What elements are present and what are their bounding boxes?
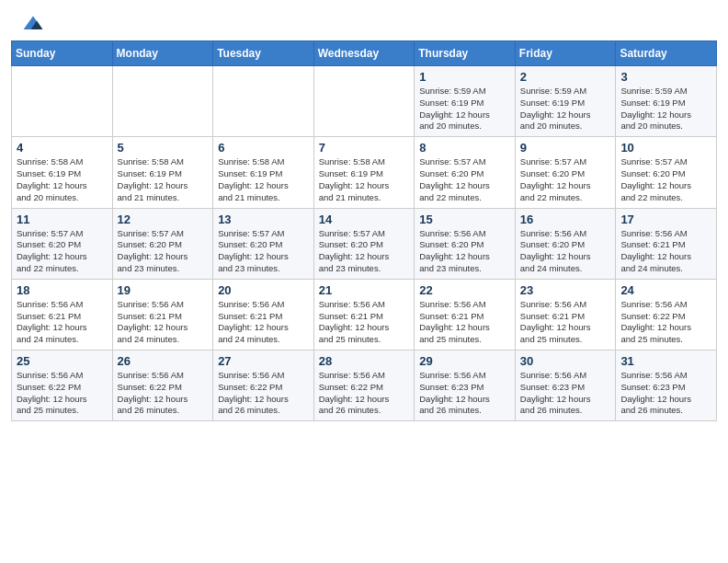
day-number: 2 (520, 70, 611, 84)
calendar-cell (313, 66, 415, 137)
calendar-cell: 3Sunrise: 5:59 AM Sunset: 6:19 PM Daylig… (616, 66, 717, 137)
page-header (0, 0, 728, 40)
day-info: Sunrise: 5:56 AM Sunset: 6:23 PM Dayligh… (620, 370, 711, 417)
day-info: Sunrise: 5:56 AM Sunset: 6:20 PM Dayligh… (520, 228, 611, 275)
weekday-header-friday: Friday (515, 41, 616, 66)
calendar-cell: 24Sunrise: 5:56 AM Sunset: 6:22 PM Dayli… (616, 279, 717, 350)
calendar-cell: 30Sunrise: 5:56 AM Sunset: 6:23 PM Dayli… (515, 350, 616, 421)
calendar-cell: 23Sunrise: 5:56 AM Sunset: 6:21 PM Dayli… (515, 279, 616, 350)
day-info: Sunrise: 5:56 AM Sunset: 6:22 PM Dayligh… (218, 370, 309, 417)
day-info: Sunrise: 5:58 AM Sunset: 6:19 PM Dayligh… (118, 156, 209, 203)
day-info: Sunrise: 5:57 AM Sunset: 6:20 PM Dayligh… (118, 228, 209, 275)
day-number: 25 (17, 354, 108, 368)
day-number: 24 (620, 283, 711, 297)
calendar-cell (213, 66, 314, 137)
calendar-cell: 14Sunrise: 5:57 AM Sunset: 6:20 PM Dayli… (313, 208, 415, 279)
day-info: Sunrise: 5:59 AM Sunset: 6:19 PM Dayligh… (419, 86, 510, 132)
day-number: 15 (419, 213, 510, 226)
day-number: 19 (118, 283, 209, 297)
day-number: 11 (17, 213, 108, 226)
day-number: 10 (620, 141, 711, 155)
day-number: 1 (419, 70, 510, 84)
calendar-cell: 26Sunrise: 5:56 AM Sunset: 6:22 PM Dayli… (112, 350, 213, 421)
calendar-cell: 5Sunrise: 5:58 AM Sunset: 6:19 PM Daylig… (112, 137, 213, 208)
day-info: Sunrise: 5:57 AM Sunset: 6:20 PM Dayligh… (218, 228, 309, 275)
calendar-cell: 21Sunrise: 5:56 AM Sunset: 6:21 PM Dayli… (313, 279, 415, 350)
calendar-cell: 16Sunrise: 5:56 AM Sunset: 6:20 PM Dayli… (515, 208, 616, 279)
day-number: 3 (620, 70, 711, 84)
calendar-wrapper: SundayMondayTuesdayWednesdayThursdayFrid… (0, 40, 728, 432)
day-number: 26 (118, 354, 209, 368)
calendar-week-2: 4Sunrise: 5:58 AM Sunset: 6:19 PM Daylig… (12, 137, 717, 208)
calendar-week-1: 1Sunrise: 5:59 AM Sunset: 6:19 PM Daylig… (12, 66, 717, 137)
day-info: Sunrise: 5:56 AM Sunset: 6:22 PM Dayligh… (118, 370, 209, 417)
calendar-week-3: 11Sunrise: 5:57 AM Sunset: 6:20 PM Dayli… (12, 208, 717, 279)
calendar-cell: 22Sunrise: 5:56 AM Sunset: 6:21 PM Dayli… (415, 279, 516, 350)
logo (22, 15, 48, 33)
day-number: 17 (620, 213, 711, 226)
calendar-cell: 27Sunrise: 5:56 AM Sunset: 6:22 PM Dayli… (213, 350, 314, 421)
weekday-header-wednesday: Wednesday (313, 41, 415, 66)
day-info: Sunrise: 5:56 AM Sunset: 6:20 PM Dayligh… (419, 228, 510, 275)
day-info: Sunrise: 5:56 AM Sunset: 6:22 PM Dayligh… (620, 299, 711, 346)
weekday-header-sunday: Sunday (12, 41, 113, 66)
calendar-cell: 29Sunrise: 5:56 AM Sunset: 6:23 PM Dayli… (415, 350, 516, 421)
day-info: Sunrise: 5:56 AM Sunset: 6:22 PM Dayligh… (17, 370, 108, 417)
day-info: Sunrise: 5:57 AM Sunset: 6:20 PM Dayligh… (620, 156, 711, 203)
day-info: Sunrise: 5:56 AM Sunset: 6:21 PM Dayligh… (218, 299, 309, 346)
day-info: Sunrise: 5:56 AM Sunset: 6:23 PM Dayligh… (419, 370, 510, 417)
day-info: Sunrise: 5:56 AM Sunset: 6:22 PM Dayligh… (319, 370, 410, 417)
day-info: Sunrise: 5:57 AM Sunset: 6:20 PM Dayligh… (419, 156, 510, 203)
day-info: Sunrise: 5:57 AM Sunset: 6:20 PM Dayligh… (17, 228, 108, 275)
weekday-header-monday: Monday (112, 41, 213, 66)
calendar-cell: 1Sunrise: 5:59 AM Sunset: 6:19 PM Daylig… (415, 66, 516, 137)
day-info: Sunrise: 5:58 AM Sunset: 6:19 PM Dayligh… (17, 156, 108, 203)
calendar-cell (112, 66, 213, 137)
day-number: 9 (520, 141, 611, 155)
calendar-cell: 25Sunrise: 5:56 AM Sunset: 6:22 PM Dayli… (12, 350, 113, 421)
day-number: 21 (319, 283, 410, 297)
calendar-cell: 19Sunrise: 5:56 AM Sunset: 6:21 PM Dayli… (112, 279, 213, 350)
calendar-cell: 17Sunrise: 5:56 AM Sunset: 6:21 PM Dayli… (616, 208, 717, 279)
calendar-week-5: 25Sunrise: 5:56 AM Sunset: 6:22 PM Dayli… (12, 350, 717, 421)
calendar-cell: 31Sunrise: 5:56 AM Sunset: 6:23 PM Dayli… (616, 350, 717, 421)
day-info: Sunrise: 5:56 AM Sunset: 6:21 PM Dayligh… (419, 299, 510, 346)
day-number: 28 (319, 354, 410, 368)
day-number: 4 (17, 141, 108, 155)
calendar-cell: 13Sunrise: 5:57 AM Sunset: 6:20 PM Dayli… (213, 208, 314, 279)
weekday-header-thursday: Thursday (415, 41, 516, 66)
calendar-cell: 9Sunrise: 5:57 AM Sunset: 6:20 PM Daylig… (515, 137, 616, 208)
day-info: Sunrise: 5:59 AM Sunset: 6:19 PM Dayligh… (520, 86, 611, 132)
day-number: 20 (218, 283, 309, 297)
calendar-table: SundayMondayTuesdayWednesdayThursdayFrid… (11, 40, 717, 421)
calendar-cell: 4Sunrise: 5:58 AM Sunset: 6:19 PM Daylig… (12, 137, 113, 208)
calendar-cell: 7Sunrise: 5:58 AM Sunset: 6:19 PM Daylig… (313, 137, 415, 208)
day-info: Sunrise: 5:56 AM Sunset: 6:21 PM Dayligh… (319, 299, 410, 346)
calendar-cell: 18Sunrise: 5:56 AM Sunset: 6:21 PM Dayli… (12, 279, 113, 350)
day-info: Sunrise: 5:58 AM Sunset: 6:19 PM Dayligh… (218, 156, 309, 203)
weekday-header-saturday: Saturday (616, 41, 717, 66)
day-number: 16 (520, 213, 611, 226)
calendar-cell: 6Sunrise: 5:58 AM Sunset: 6:19 PM Daylig… (213, 137, 314, 208)
day-info: Sunrise: 5:56 AM Sunset: 6:21 PM Dayligh… (520, 299, 611, 346)
calendar-cell: 10Sunrise: 5:57 AM Sunset: 6:20 PM Dayli… (616, 137, 717, 208)
day-info: Sunrise: 5:57 AM Sunset: 6:20 PM Dayligh… (520, 156, 611, 203)
calendar-cell: 12Sunrise: 5:57 AM Sunset: 6:20 PM Dayli… (112, 208, 213, 279)
calendar-cell: 15Sunrise: 5:56 AM Sunset: 6:20 PM Dayli… (415, 208, 516, 279)
calendar-cell: 28Sunrise: 5:56 AM Sunset: 6:22 PM Dayli… (313, 350, 415, 421)
calendar-cell: 20Sunrise: 5:56 AM Sunset: 6:21 PM Dayli… (213, 279, 314, 350)
day-number: 13 (218, 213, 309, 226)
calendar-cell (12, 66, 113, 137)
day-number: 27 (218, 354, 309, 368)
day-number: 23 (520, 283, 611, 297)
day-info: Sunrise: 5:58 AM Sunset: 6:19 PM Dayligh… (319, 156, 410, 203)
day-number: 22 (419, 283, 510, 297)
weekday-header-tuesday: Tuesday (213, 41, 314, 66)
day-info: Sunrise: 5:59 AM Sunset: 6:19 PM Dayligh… (620, 86, 711, 132)
day-number: 8 (419, 141, 510, 155)
calendar-cell: 2Sunrise: 5:59 AM Sunset: 6:19 PM Daylig… (515, 66, 616, 137)
calendar-cell: 8Sunrise: 5:57 AM Sunset: 6:20 PM Daylig… (415, 137, 516, 208)
day-number: 29 (419, 354, 510, 368)
day-number: 7 (319, 141, 410, 155)
calendar-header: SundayMondayTuesdayWednesdayThursdayFrid… (12, 41, 717, 66)
